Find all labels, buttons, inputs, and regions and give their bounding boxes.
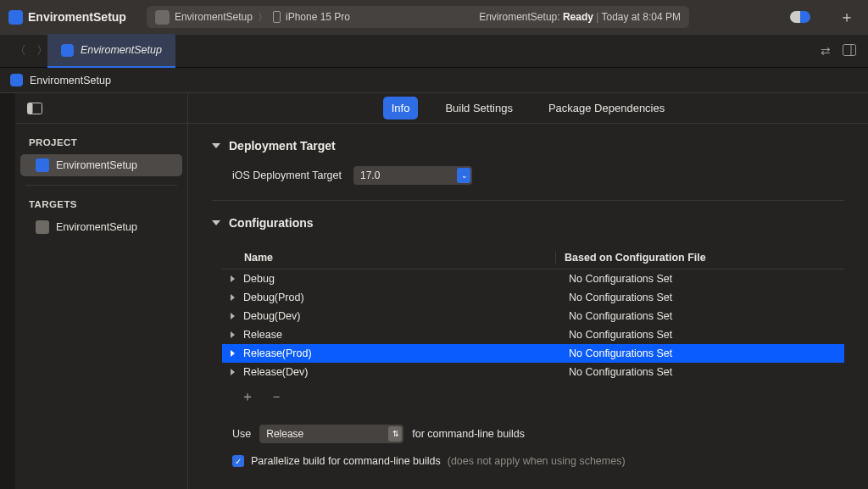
command-line-build-config-row: Use Release ⇅ for command-line builds: [212, 406, 844, 443]
breadcrumb-project: EnviromentSetup: [30, 75, 111, 86]
editor-segments: Info Build Settings Package Dependencies: [188, 93, 868, 124]
table-row[interactable]: Debug(Prod)No Configurations Set: [222, 288, 844, 307]
adjust-editor-icon[interactable]: [843, 44, 856, 58]
parallelize-build-row[interactable]: ✓ Parallelize build for command-line bui…: [212, 443, 844, 467]
add-tab-button[interactable]: ＋: [834, 7, 860, 27]
disclosure-triangle-icon: [212, 220, 220, 225]
command-line-config-value: Release: [266, 428, 303, 440]
add-configuration-button[interactable]: ＋: [241, 388, 254, 406]
sidebar-item-target[interactable]: EnviromentSetup: [20, 216, 182, 238]
sidebar-target-name: EnviromentSetup: [56, 221, 137, 233]
chevron-down-icon: ⌄: [461, 171, 468, 180]
use-label-post: for command-line builds: [412, 428, 525, 440]
editor-segment-bar: [15, 93, 187, 124]
cloud-sync-icon[interactable]: [790, 11, 810, 23]
column-config-file: Based on Configuration File: [556, 252, 837, 264]
related-items-icon[interactable]: [4, 44, 6, 58]
toggle-sidebar-button[interactable]: [15, 103, 54, 114]
deployment-target-header[interactable]: Deployment Target: [212, 124, 844, 163]
configurations-table: Name Based on Configuration File DebugNo…: [222, 247, 844, 406]
table-row[interactable]: Release(Dev)No Configurations Set: [222, 363, 844, 381]
svg-rect-0: [843, 44, 856, 55]
config-file: No Configurations Set: [569, 347, 844, 359]
disclosure-triangle-icon: [231, 313, 235, 320]
chevron-right-icon: 〉: [258, 10, 268, 25]
config-name: Debug: [243, 273, 569, 285]
deployment-label: iOS Deployment Target: [232, 169, 342, 181]
tab-package-dependencies[interactable]: Package Dependencies: [540, 97, 673, 119]
table-row[interactable]: Debug(Dev)No Configurations Set: [222, 307, 844, 325]
window-left-gutter: [0, 93, 15, 489]
updown-icon: ⇅: [392, 430, 399, 438]
project-title: EnviromentSetup: [28, 10, 126, 24]
editor-content: Info Build Settings Package Dependencies…: [188, 93, 868, 489]
parallelize-checkbox[interactable]: ✓: [232, 455, 244, 467]
sidebar-item-project[interactable]: EnviromentSetup: [20, 154, 182, 176]
sidebar-project-name: EnviromentSetup: [56, 159, 137, 171]
remove-configuration-button[interactable]: －: [270, 388, 283, 406]
use-label-pre: Use: [232, 428, 251, 440]
disclosure-triangle-icon: [231, 331, 235, 338]
parallelize-label: Parallelize build for command-line build…: [251, 455, 441, 467]
config-name: Debug(Dev): [243, 310, 569, 322]
app-icon: [8, 10, 23, 25]
scheme-run-bar[interactable]: EnviromentSetup 〉 iPhone 15 Pro Envirome…: [147, 6, 689, 28]
deployment-target-row: iOS Deployment Target 17.0 ⌄: [212, 163, 844, 185]
code-review-icon[interactable]: ⇄: [821, 44, 831, 58]
editor-tab-active[interactable]: EnviromentSetup: [47, 34, 175, 68]
project-targets-sidebar: PROJECT EnviromentSetup TARGETS Envirome…: [15, 93, 188, 489]
tab-info[interactable]: Info: [383, 97, 419, 119]
table-row[interactable]: DebugNo Configurations Set: [222, 270, 844, 288]
disclosure-triangle-icon: [231, 350, 235, 357]
tab-build-settings[interactable]: Build Settings: [437, 97, 521, 119]
tab-strip: 〈 〉 EnviromentSetup ⇄: [0, 34, 868, 68]
titlebar: EnviromentSetup EnviromentSetup 〉 iPhone…: [0, 0, 868, 34]
deployment-target-select[interactable]: 17.0 ⌄: [353, 166, 472, 185]
config-name: Release: [243, 329, 569, 341]
scheme-icon: [155, 10, 170, 25]
project-file-icon: [61, 44, 74, 57]
svg-rect-3: [28, 103, 33, 114]
config-file: No Configurations Set: [569, 310, 844, 322]
target-glyph-icon: [36, 220, 49, 234]
disclosure-triangle-icon: [231, 369, 235, 375]
nav-back-button[interactable]: 〈: [13, 43, 28, 58]
editor-tab-title: EnviromentSetup: [81, 44, 162, 56]
column-name: Name: [244, 252, 556, 264]
nav-icons: 〈 〉: [7, 43, 47, 58]
configurations-header[interactable]: Configurations: [212, 201, 844, 240]
config-file: No Configurations Set: [569, 329, 844, 341]
project-file-icon: [10, 74, 23, 86]
table-header: Name Based on Configuration File: [222, 247, 844, 270]
disclosure-triangle-icon: [212, 143, 220, 148]
scheme-name: EnviromentSetup: [175, 11, 253, 23]
config-name: Release(Dev): [243, 366, 569, 378]
project-title-group: EnviromentSetup: [8, 10, 126, 25]
table-row[interactable]: Release(Prod)No Configurations Set: [222, 344, 844, 363]
config-file: No Configurations Set: [569, 292, 844, 303]
build-status: EnviromentSetup: Ready | Today at 8:04 P…: [479, 11, 681, 23]
device-name: iPhone 15 Pro: [286, 11, 350, 23]
parallelize-note: (does not apply when using schemes): [448, 455, 626, 467]
table-row[interactable]: ReleaseNo Configurations Set: [222, 325, 844, 344]
project-section-label: PROJECT: [15, 124, 187, 154]
project-glyph-icon: [36, 158, 49, 172]
disclosure-triangle-icon: [231, 275, 235, 282]
config-name: Release(Prod): [243, 347, 569, 359]
targets-section-label: TARGETS: [15, 186, 187, 216]
config-file: No Configurations Set: [569, 366, 844, 378]
config-file: No Configurations Set: [569, 273, 844, 285]
deployment-target-value: 17.0: [360, 169, 380, 181]
command-line-config-select[interactable]: Release ⇅: [259, 425, 403, 443]
disclosure-triangle-icon: [231, 294, 235, 301]
config-name: Debug(Prod): [243, 292, 569, 303]
breadcrumb[interactable]: EnviromentSetup: [0, 68, 868, 93]
device-icon: [273, 11, 281, 23]
